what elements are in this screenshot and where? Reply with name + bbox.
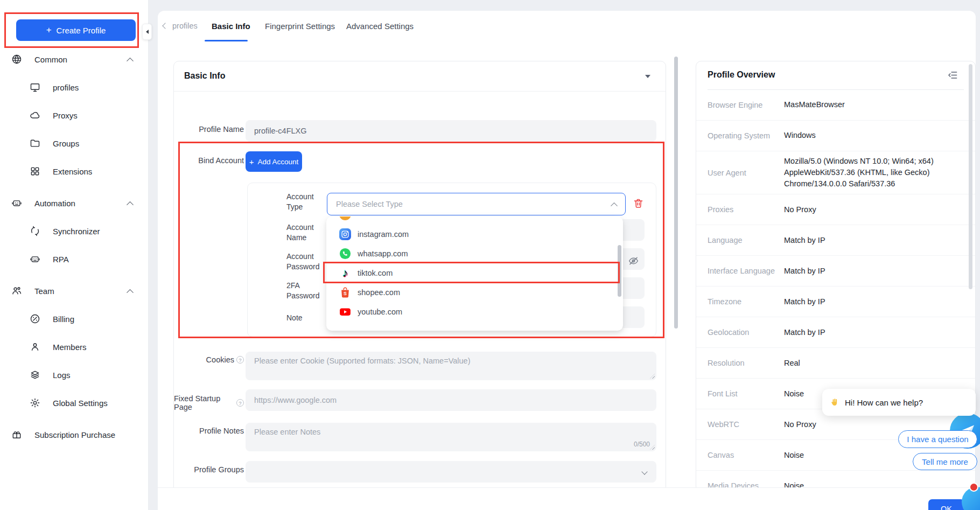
cloud-icon [30, 110, 40, 121]
profile-groups-label: Profile Groups [174, 465, 244, 474]
overview-row-label: Proxies [708, 205, 784, 214]
chat-greeting-bubble[interactable]: Hi! How can we help? [822, 389, 976, 416]
dropdown-scrollbar[interactable] [618, 245, 621, 297]
dropdown-option-youtube-com[interactable]: youtube.com [326, 302, 623, 322]
fixed-startup-page-label: Fixed Startup Page ? [174, 394, 244, 411]
back-to-profiles[interactable]: profiles [163, 22, 198, 30]
back-label: profiles [172, 22, 198, 30]
overview-row-label: Canvas [708, 451, 784, 459]
overview-row-label: Font List [708, 389, 784, 398]
profile-notes-input[interactable] [246, 423, 656, 451]
help-icon: ? [236, 399, 244, 407]
gauge-icon [30, 313, 40, 324]
waving-hand-icon [830, 397, 840, 408]
app-window: + Create Profile CommonprofilesProxysGro… [0, 0, 980, 510]
overview-scrollbar[interactable] [969, 64, 972, 289]
help-icon: ? [236, 356, 244, 364]
dropdown-option-instagram-com[interactable]: instagram.com [326, 225, 623, 244]
cookies-input[interactable] [246, 352, 656, 380]
collapse-caret-icon[interactable] [645, 75, 650, 78]
fixed-startup-page-input[interactable] [246, 389, 656, 411]
add-account-button[interactable]: + Add Account [246, 151, 302, 172]
sidebar-item-label: Global Settings [53, 399, 108, 408]
collapse-left-icon [146, 30, 149, 34]
basic-info-panel-header[interactable]: Basic Info [174, 61, 666, 92]
sidebar-item-label: Synchronizer [53, 227, 100, 236]
overview-row-value: Real [784, 358, 962, 369]
overview-row-label: Geolocation [708, 328, 784, 337]
overview-row-value: Mozilla/5.0 (Windows NT 10.0; Win64; x64… [784, 156, 962, 190]
overview-row-geolocation: GeolocationMatch by IP [696, 317, 975, 348]
dropdown-option-tiktok-com[interactable]: ♪tiktok.com [326, 263, 623, 283]
sidebar-item-groups[interactable]: Groups [0, 129, 149, 157]
overview-row-timezone: TimezoneMatch by IP [696, 287, 975, 317]
create-profile-button[interactable]: + Create Profile [16, 19, 136, 41]
sidebar-section-label: Team [34, 287, 54, 296]
sidebar-item-synchronizer[interactable]: Synchronizer [0, 217, 149, 245]
panel-title: Basic Info [184, 71, 225, 81]
profile-name-input[interactable] [246, 120, 656, 142]
ok-button[interactable]: OK [928, 499, 964, 510]
tab-advanced-settings[interactable]: Advanced Settings [346, 22, 414, 31]
sidebar-item-global-settings[interactable]: Global Settings [0, 389, 149, 417]
cookies-field-wrap [246, 352, 656, 380]
cookies-label: Cookies ? [174, 355, 244, 364]
sidebar-item-members[interactable]: Members [0, 333, 149, 361]
profile-groups-select[interactable] [246, 461, 656, 483]
sidebar-section-common[interactable]: Common [0, 45, 149, 73]
overview-row-value: No Proxy [784, 419, 962, 430]
bind-account-label: Bind Account [174, 156, 244, 165]
overview-row-language: LanguageMatch by IP [696, 225, 975, 256]
youtube-icon [339, 306, 351, 318]
overview-row-value: Windows [784, 130, 962, 141]
sidebar-collapse-button[interactable] [142, 24, 152, 40]
sidebar-section-label: Common [34, 55, 67, 64]
sidebar-item-label: Subscription Purchase [34, 430, 115, 439]
overview-row-interface-language: Interface LanguageMatch by IP [696, 256, 975, 287]
sidebar-section-automation[interactable]: Automation [0, 189, 149, 217]
chevron-left-icon [162, 23, 168, 29]
sidebar: + Create Profile CommonprofilesProxysGro… [0, 0, 149, 510]
sidebar-item-profiles[interactable]: profiles [0, 73, 149, 101]
account-name-label: Account Name [286, 222, 330, 243]
collapse-panel-icon[interactable] [948, 70, 958, 80]
chat-quick-reply-more[interactable]: Tell me more [913, 453, 977, 470]
layers-icon [30, 369, 40, 380]
tab-fingerprint-settings[interactable]: Fingerprint Settings [265, 22, 335, 31]
sidebar-item-extensions[interactable]: Extensions [0, 157, 149, 185]
sidebar-section-team[interactable]: Team [0, 277, 149, 305]
delete-account-icon[interactable] [633, 198, 644, 209]
overview-row-value: Match by IP [784, 266, 962, 277]
notification-badge [969, 483, 978, 492]
chevron-up-icon [127, 57, 134, 64]
sidebar-item-logs[interactable]: Logs [0, 361, 149, 389]
sidebar-item-label: Proxys [53, 111, 78, 120]
overview-row-value: MasMateBrowser [784, 99, 962, 110]
account-type-dropdown: instagram.comwhatsapp.com♪tiktok.comSsho… [326, 216, 623, 331]
sidebar-item-rpa[interactable]: RPA [0, 245, 149, 273]
overview-row-browser-engine: Browser EngineMasMateBrowser [696, 90, 975, 121]
tiktok-icon: ♪ [339, 267, 351, 279]
chat-quick-reply-question[interactable]: I have a question [898, 430, 977, 448]
sidebar-item-proxys[interactable]: Proxys [0, 101, 149, 129]
dropdown-option-whatsapp-com[interactable]: whatsapp.com [326, 244, 623, 263]
sidebar-item-subscription-purchase[interactable]: Subscription Purchase [0, 421, 149, 449]
overview-row-value: No Proxy [784, 204, 962, 215]
dropdown-option-shopee-com[interactable]: Sshopee.com [326, 283, 623, 302]
gift-icon [11, 429, 22, 440]
gear-icon [30, 397, 40, 408]
account-type-select[interactable]: Please Select Type [327, 193, 626, 215]
dropdown-option-label: youtube.com [358, 308, 402, 316]
sidebar-item-billing[interactable]: Billing [0, 305, 149, 333]
folder-icon [30, 138, 40, 149]
tab-basic-info[interactable]: Basic Info [212, 22, 250, 31]
overview-title: Profile Overview [708, 70, 775, 80]
profile-name-label: Profile Name [174, 125, 244, 134]
twofa-password-label: 2FA Password [286, 281, 330, 301]
main-scrollbar[interactable] [674, 57, 678, 329]
chat-greeting-text: Hi! How can we help? [845, 398, 923, 407]
dropdown-options: instagram.comwhatsapp.com♪tiktok.comSsho… [326, 225, 623, 322]
chevron-up-icon [127, 289, 134, 296]
overview-row-value: Match by IP [784, 327, 962, 338]
eye-slash-icon[interactable] [628, 255, 639, 267]
